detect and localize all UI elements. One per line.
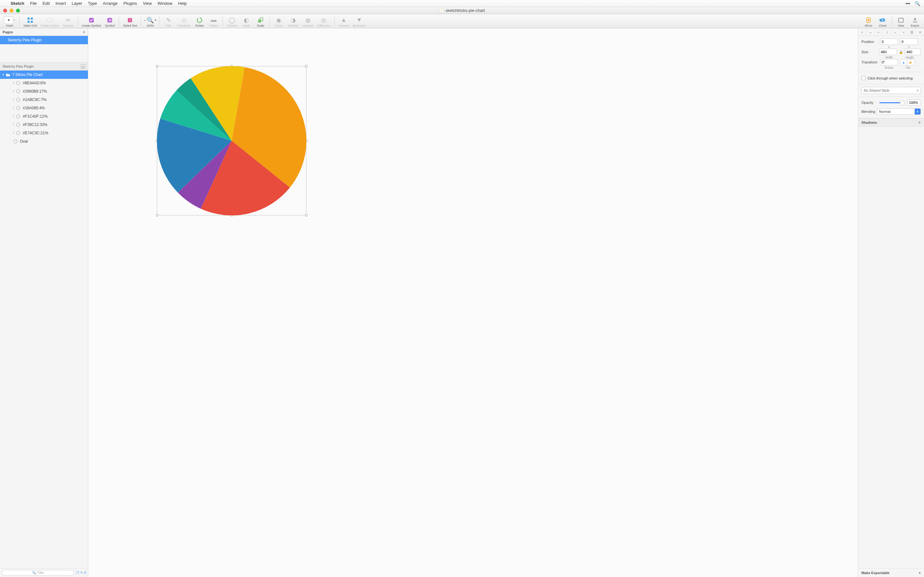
layer-group-name: 7 Slices Pie Chart: [12, 73, 43, 77]
clickthrough-checkbox[interactable]: [861, 76, 866, 80]
flatten-icon: ▬: [210, 16, 218, 24]
layer-shape[interactable]: ⤴#F1C40F:12%: [0, 112, 88, 121]
shared-style-select[interactable]: No Shared Style ⇅: [861, 87, 921, 94]
oval-icon: [16, 98, 20, 102]
layer-name: #F39C12:33%: [23, 122, 47, 127]
difference-button[interactable]: ◎Difference: [316, 15, 332, 28]
layer-group[interactable]: ▼ 7 Slices Pie Chart: [0, 71, 88, 79]
rotate-copies-button[interactable]: Rotate Copies: [39, 15, 60, 28]
distribute-v-button[interactable]: ≡: [916, 28, 924, 35]
pie-chart[interactable]: [157, 66, 306, 215]
chevron-updown-icon: ⇅: [915, 109, 921, 114]
position-y-input[interactable]: [900, 39, 918, 45]
menu-layer[interactable]: Layer: [69, 1, 86, 6]
layer-shape[interactable]: ⤴#F39C12:33%: [0, 121, 88, 129]
svg-rect-13: [899, 18, 903, 22]
window-controls: [3, 9, 20, 13]
position-x-input[interactable]: [880, 39, 898, 45]
rotate-input[interactable]: [880, 59, 898, 65]
export-button[interactable]: Export: [909, 15, 921, 28]
layer-shape[interactable]: ⤴#1ABC9C:7%: [0, 95, 88, 104]
intersect-button[interactable]: ◍Intersect: [301, 15, 315, 28]
spotlight-icon[interactable]: 🔍: [915, 1, 920, 6]
edit-button[interactable]: ✎Edit: [162, 15, 175, 28]
menu-file[interactable]: File: [27, 1, 40, 6]
align-vcenter-button[interactable]: ⫠: [891, 28, 900, 35]
opacity-input[interactable]: [907, 99, 921, 106]
flatten-button[interactable]: ▬Flatten: [207, 15, 220, 28]
filter-input[interactable]: 🔍 Filter: [2, 570, 74, 576]
overflow-icon[interactable]: •••: [905, 1, 910, 6]
artboard-collapse-icon[interactable]: ▴: [81, 64, 86, 69]
layer-shape[interactable]: ⤴#E74C3C:21%: [0, 129, 88, 137]
insert-button[interactable]: ▾+ Insert: [3, 15, 17, 28]
menu-insert[interactable]: Insert: [53, 1, 69, 6]
outlines-button[interactable]: ◯Outlines: [226, 15, 239, 28]
align-right-button[interactable]: ⫟: [875, 28, 883, 35]
page-item[interactable]: Sketchy Pies Plugin: [0, 36, 88, 44]
view-button[interactable]: View: [895, 15, 907, 28]
size-h-input[interactable]: [905, 49, 921, 55]
size-w-input[interactable]: [879, 49, 897, 55]
transform-icon: ◇: [180, 16, 188, 24]
scissors-button[interactable]: ✂ Scissors: [61, 15, 75, 28]
zoom-button[interactable]: [16, 9, 20, 13]
backward-icon: ▼: [355, 16, 363, 24]
menu-edit[interactable]: Edit: [40, 1, 53, 6]
align-top-button[interactable]: ⫞: [883, 28, 891, 35]
align-bottom-button[interactable]: ⫟: [900, 28, 908, 35]
layer-shape[interactable]: ⤴#2980B9:17%: [0, 87, 88, 95]
menu-help[interactable]: Help: [175, 1, 190, 6]
menu-window[interactable]: Window: [155, 1, 175, 6]
forward-button[interactable]: ▲Forward: [337, 15, 351, 28]
shadows-header[interactable]: Shadows +: [858, 118, 924, 127]
cloud-button[interactable]: Cloud: [876, 15, 889, 28]
scale-button[interactable]: Scale: [254, 15, 267, 28]
add-page-button[interactable]: +: [83, 29, 86, 35]
menu-view[interactable]: View: [140, 1, 155, 6]
rotate-button[interactable]: Rotate: [193, 15, 206, 28]
lock-icon[interactable]: 🔒: [899, 50, 903, 54]
svg-rect-0: [27, 17, 29, 19]
make-grid-button[interactable]: Make Grid: [22, 15, 38, 28]
layer-shape[interactable]: ⤴#16A085:4%: [0, 104, 88, 112]
artboard-header[interactable]: Sketchy Pies Plugin ▴: [0, 62, 88, 71]
symbol-button[interactable]: Symbol: [103, 15, 116, 28]
close-button[interactable]: [3, 9, 7, 13]
layer-oval[interactable]: Oval: [0, 137, 88, 145]
filter-slice-icon[interactable]: ✎: [80, 571, 83, 574]
subtract-button[interactable]: ◑Subtract: [286, 15, 300, 28]
canvas[interactable]: [88, 28, 858, 577]
union-button[interactable]: ◉Union: [272, 15, 285, 28]
chevron-down-icon[interactable]: ▼: [2, 73, 5, 76]
exportable-header[interactable]: Make Exportable +: [858, 568, 924, 577]
transform-button[interactable]: ◇Transform: [176, 15, 192, 28]
menu-type[interactable]: Type: [85, 1, 100, 6]
flip-h-button[interactable]: ▲: [900, 59, 907, 65]
mask-button[interactable]: ◐Mask: [240, 15, 253, 28]
backward-button[interactable]: ▼Backward: [352, 15, 367, 28]
flip-icon: ⤴: [13, 81, 15, 85]
mirror-icon: [865, 16, 872, 24]
layer-shape[interactable]: ⤴#8E44AD:6%: [0, 79, 88, 87]
menu-arrange[interactable]: Arrange: [100, 1, 120, 6]
position-label: Position: [861, 40, 880, 44]
flip-controls: ▲ ▶: [900, 59, 915, 65]
menu-app[interactable]: Sketch: [8, 1, 27, 6]
create-symbol-button[interactable]: Create Symbol: [81, 15, 102, 28]
flip-icon: ⤴: [13, 90, 15, 93]
minimize-button[interactable]: [10, 9, 13, 13]
flip-v-button[interactable]: ▶: [907, 59, 914, 65]
menu-plugins[interactable]: Plugins: [120, 1, 140, 6]
align-hcenter-button[interactable]: ⫠: [867, 28, 875, 35]
styled-text-button[interactable]: T Styled Text: [121, 15, 138, 28]
distribute-h-button[interactable]: |||: [908, 28, 916, 35]
filter-copies-icon[interactable]: ❐: [76, 571, 79, 574]
add-export-button[interactable]: +: [919, 571, 921, 575]
mirror-button[interactable]: Mirror: [862, 15, 875, 28]
zoom-control[interactable]: −🔍+ 100%: [144, 15, 157, 28]
blending-select[interactable]: Normal ⇅: [877, 108, 921, 115]
opacity-slider[interactable]: [879, 102, 905, 103]
align-left-button[interactable]: ⫞: [858, 28, 867, 35]
add-shadow-button[interactable]: +: [918, 120, 921, 125]
